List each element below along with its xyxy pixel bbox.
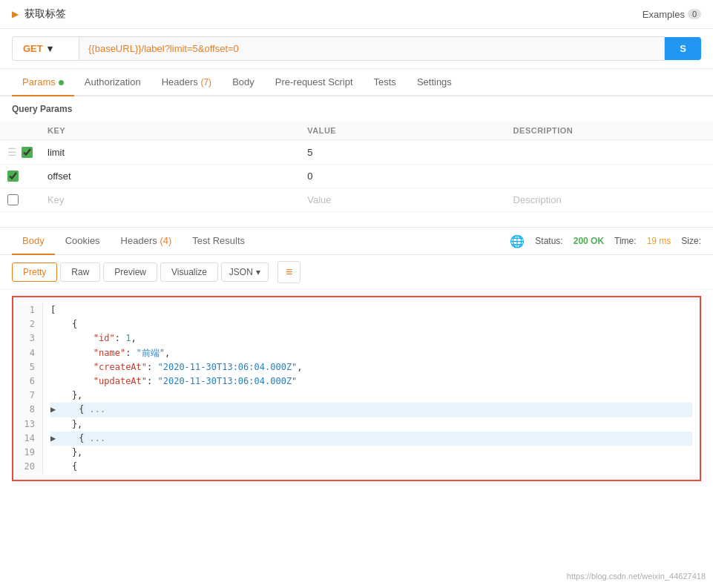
- format-bar: Pretty Raw Preview Visualize JSON ▾ ≡: [0, 255, 713, 290]
- row-1-checkbox[interactable]: [22, 147, 33, 158]
- pre-request-tab-label: Pre-request Script: [275, 76, 353, 87]
- tab-body[interactable]: Body: [222, 69, 265, 96]
- resp-tab-test-results[interactable]: Test Results: [182, 228, 255, 255]
- tab-settings[interactable]: Settings: [407, 69, 462, 96]
- placeholder-description: Description: [506, 188, 713, 212]
- examples-count-badge: 0: [688, 9, 701, 19]
- col-header-value: VALUE: [300, 122, 505, 140]
- query-params-table: KEY VALUE DESCRIPTION ☰ limit 5 offset: [0, 122, 713, 212]
- body-tab-label: Body: [232, 76, 254, 87]
- tab-headers[interactable]: Headers (7): [151, 69, 222, 96]
- json-line: {: [50, 460, 692, 474]
- row-1-description: [506, 140, 713, 165]
- col-header-key: KEY: [40, 122, 300, 140]
- row-2-description: [506, 165, 713, 188]
- table-row: ☰ limit 5: [0, 140, 713, 165]
- tab-pre-request-script[interactable]: Pre-request Script: [265, 69, 364, 96]
- resp-test-results-label: Test Results: [192, 235, 245, 246]
- wrap-button[interactable]: ≡: [277, 261, 300, 283]
- settings-tab-label: Settings: [417, 76, 452, 87]
- status-label: Status:: [535, 236, 562, 246]
- response-tabs: Body Cookies Headers (4) Test Results: [12, 228, 255, 254]
- tab-authorization[interactable]: Authorization: [74, 69, 151, 96]
- line-numbers: 1 2 3 4 5 6 7 8 13 14 19 20: [13, 303, 43, 474]
- tab-tests[interactable]: Tests: [364, 69, 407, 96]
- time-label: Time:: [614, 236, 637, 246]
- title-section[interactable]: ▶ 获取标签: [12, 7, 66, 21]
- col-header-check: [0, 122, 40, 140]
- placeholder-checkbox[interactable]: [7, 194, 19, 205]
- params-active-dot: [59, 80, 64, 85]
- resp-tab-cookies[interactable]: Cookies: [55, 228, 111, 255]
- pretty-button[interactable]: Pretty: [12, 262, 57, 282]
- col-header-description: DESCRIPTION: [506, 122, 713, 140]
- response-tab-bar: Body Cookies Headers (4) Test Results 🌐 …: [0, 228, 713, 255]
- time-value: 19 ms: [647, 236, 671, 246]
- method-dropdown-icon: ▾: [47, 43, 53, 54]
- json-viewer: 1 2 3 4 5 6 7 8 13 14 19 20 [ { "id": 1,: [12, 296, 701, 481]
- title-bar: ▶ 获取标签 Examples 0: [0, 0, 713, 29]
- http-method: GET: [23, 43, 43, 54]
- json-collapsed-line[interactable]: ▶ { ...: [50, 403, 692, 417]
- resp-headers-label: Headers: [121, 235, 157, 246]
- table-row: offset 0: [0, 165, 713, 188]
- response-section: Body Cookies Headers (4) Test Results 🌐 …: [0, 227, 713, 481]
- row-1-value: 5: [300, 140, 505, 165]
- json-line: {: [50, 317, 692, 331]
- row-1-key: limit: [40, 140, 300, 165]
- placeholder-key: Key: [40, 188, 300, 212]
- examples-button[interactable]: Examples 0: [643, 9, 701, 20]
- resp-cookies-label: Cookies: [65, 235, 100, 246]
- url-bar: GET ▾ S: [0, 29, 713, 69]
- row-2-key: offset: [40, 165, 300, 188]
- json-line: "id": 1,: [50, 331, 692, 346]
- method-selector[interactable]: GET ▾: [12, 36, 79, 61]
- json-line: "name": "前端",: [50, 346, 692, 360]
- request-tab-bar: Params Authorization Headers (7) Body Pr…: [0, 69, 713, 96]
- headers-count-badge: (7): [200, 77, 211, 87]
- params-tab-label: Params: [22, 76, 56, 87]
- preview-button[interactable]: Preview: [103, 262, 157, 282]
- authorization-tab-label: Authorization: [85, 76, 141, 87]
- json-line: },: [50, 417, 692, 432]
- visualize-button[interactable]: Visualize: [160, 262, 218, 282]
- json-content: [ { "id": 1, "name": "前端", "createAt": "…: [43, 303, 700, 474]
- resp-tab-body[interactable]: Body: [12, 228, 55, 255]
- size-label: Size:: [681, 236, 701, 246]
- resp-tab-headers[interactable]: Headers (4): [111, 228, 183, 255]
- examples-label: Examples: [643, 9, 685, 20]
- json-collapsed-line[interactable]: ▶ { ...: [50, 432, 692, 446]
- row-2-value: 0: [300, 165, 505, 188]
- format-dropdown-icon: ▾: [256, 267, 260, 277]
- expand-toggle-icon[interactable]: ▶: [50, 432, 56, 446]
- format-selector[interactable]: JSON ▾: [221, 262, 269, 282]
- json-line: "createAt": "2020-11-30T13:06:04.000Z",: [50, 360, 692, 374]
- drag-handle-icon: ☰: [7, 146, 17, 158]
- json-line: },: [50, 446, 692, 460]
- format-value: JSON: [229, 267, 253, 277]
- url-input[interactable]: [79, 36, 665, 61]
- expand-arrow-icon: ▶: [12, 9, 19, 19]
- status-value: 200 OK: [574, 236, 604, 246]
- resp-headers-badge: (4): [160, 235, 171, 246]
- json-line: "updateAt": "2020-11-30T13:06:04.000Z": [50, 374, 692, 389]
- json-line: [: [50, 303, 692, 317]
- expand-toggle-icon[interactable]: ▶: [50, 403, 56, 417]
- json-line: },: [50, 389, 692, 403]
- tests-tab-label: Tests: [374, 76, 396, 87]
- raw-button[interactable]: Raw: [60, 262, 100, 282]
- tab-params[interactable]: Params: [12, 69, 74, 96]
- resp-body-label: Body: [22, 235, 45, 246]
- query-params-title: Query Params: [0, 96, 713, 122]
- request-title: 获取标签: [24, 7, 66, 21]
- table-row-placeholder: Key Value Description: [0, 188, 713, 212]
- response-status: 🌐 Status: 200 OK Time: 19 ms Size:: [510, 234, 701, 248]
- placeholder-value: Value: [300, 188, 505, 212]
- globe-icon: 🌐: [510, 234, 525, 248]
- headers-tab-label: Headers: [162, 76, 198, 87]
- send-button[interactable]: S: [665, 37, 701, 60]
- row-2-checkbox[interactable]: [7, 171, 19, 182]
